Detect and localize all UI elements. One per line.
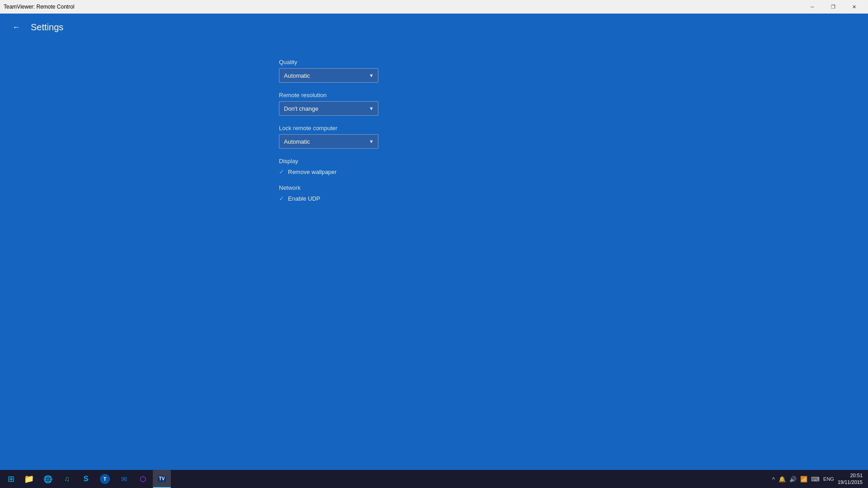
- outlook-icon: ✉: [121, 475, 127, 483]
- lock-remote-dropdown[interactable]: Automatic Never Always: [279, 134, 378, 149]
- remove-wallpaper-checkmark: ✓: [279, 168, 284, 175]
- network-section: Network ✓ Enable UDP: [279, 184, 868, 202]
- remote-resolution-label: Remote resolution: [279, 92, 868, 99]
- quality-dropdown[interactable]: Automatic Optimize speed Optimize qualit…: [279, 68, 378, 83]
- taskbar-tv-manager[interactable]: T: [96, 470, 114, 488]
- clock-date: 19/11/2015: [838, 479, 863, 486]
- header: ← Settings: [0, 14, 868, 41]
- lock-remote-section: Lock remote computer Automatic Never Alw…: [279, 125, 868, 149]
- display-section: Display ✓ Remove wallpaper: [279, 158, 868, 175]
- tray-keyboard-icon[interactable]: ⌨: [811, 476, 820, 483]
- teamviewer-icon: TV: [158, 476, 166, 482]
- remove-wallpaper-item[interactable]: ✓ Remove wallpaper: [279, 168, 868, 175]
- close-button[interactable]: ✕: [844, 0, 864, 14]
- clock-time: 20:51: [838, 472, 863, 479]
- system-tray: ^ 🔔 🔊 📶 ⌨ ENG 20:51 19/11/2015: [772, 472, 866, 486]
- lock-remote-dropdown-wrapper: Automatic Never Always ▼: [279, 134, 378, 149]
- title-bar: TeamViewer: Remote Control ─ ❐ ✕: [0, 0, 868, 14]
- chrome-icon: 🌐: [43, 475, 52, 483]
- enable-udp-item[interactable]: ✓ Enable UDP: [279, 195, 868, 202]
- taskbar: ⊞ 📁 🌐 ♫ S T ✉ ⬡ TV: [0, 470, 868, 488]
- taskbar-outlook[interactable]: ✉: [115, 470, 133, 488]
- display-section-label: Display: [279, 158, 868, 164]
- restore-button[interactable]: ❐: [823, 0, 844, 14]
- remote-resolution-dropdown-wrapper: Don't change Full HD (868x488) HD (128…: [279, 101, 378, 116]
- lock-remote-label: Lock remote computer: [279, 125, 868, 131]
- taskbar-skype[interactable]: S: [77, 470, 95, 488]
- tray-chevron-icon[interactable]: ^: [772, 476, 775, 483]
- enable-udp-label: Enable UDP: [288, 195, 321, 202]
- tv-manager-icon: T: [100, 474, 110, 484]
- window-title: TeamViewer: Remote Control: [4, 4, 75, 10]
- tray-network-icon[interactable]: 📶: [800, 476, 807, 483]
- remote-resolution-dropdown[interactable]: Don't change Full HD (868x488) HD (128…: [279, 101, 378, 116]
- page-title: Settings: [31, 22, 63, 33]
- system-clock: 20:51 19/11/2015: [838, 472, 863, 486]
- quality-dropdown-wrapper: Automatic Optimize speed Optimize qualit…: [279, 68, 378, 83]
- taskbar-teamviewer[interactable]: TV: [153, 470, 171, 488]
- taskbar-visual-studio[interactable]: ⬡: [134, 470, 152, 488]
- tray-language-label[interactable]: ENG: [823, 476, 834, 482]
- enable-udp-checkmark: ✓: [279, 195, 284, 202]
- skype-icon: S: [84, 475, 89, 483]
- network-section-label: Network: [279, 184, 868, 191]
- remote-resolution-section: Remote resolution Don't change Full HD (…: [279, 92, 868, 116]
- back-button[interactable]: ←: [9, 20, 24, 34]
- remove-wallpaper-label: Remove wallpaper: [288, 169, 337, 175]
- quality-label: Quality: [279, 59, 868, 66]
- visual-studio-icon: ⬡: [140, 475, 146, 483]
- windows-icon: ⊞: [8, 474, 14, 484]
- taskbar-file-explorer[interactable]: 📁: [20, 470, 38, 488]
- taskbar-apps: 📁 🌐 ♫ S T ✉ ⬡ TV: [20, 470, 772, 488]
- window-controls: ─ ❐ ✕: [802, 0, 864, 14]
- quality-section: Quality Automatic Optimize speed Optimiz…: [279, 59, 868, 83]
- taskbar-chrome[interactable]: 🌐: [39, 470, 57, 488]
- settings-panel: Quality Automatic Optimize speed Optimiz…: [0, 41, 868, 202]
- taskbar-spotify[interactable]: ♫: [58, 470, 76, 488]
- tray-notification-icon[interactable]: 🔔: [778, 476, 786, 483]
- start-button[interactable]: ⊞: [2, 470, 20, 488]
- file-explorer-icon: 📁: [24, 474, 34, 484]
- spotify-icon: ♫: [64, 475, 70, 483]
- minimize-button[interactable]: ─: [802, 0, 823, 14]
- tray-volume-icon[interactable]: 🔊: [789, 476, 797, 483]
